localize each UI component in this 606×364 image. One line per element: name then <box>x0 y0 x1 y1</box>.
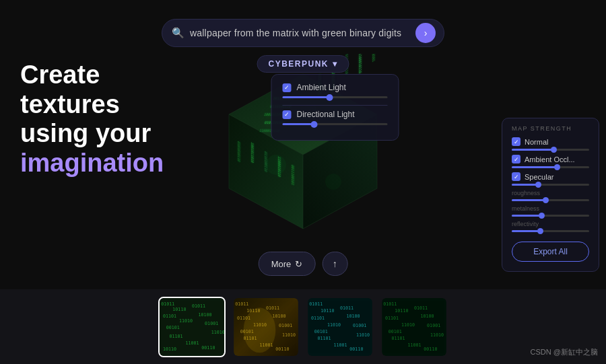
svg-text:01101: 01101 <box>392 336 405 341</box>
hero-line2: textures <box>20 90 120 118</box>
svg-text:10100: 10100 <box>421 313 434 318</box>
svg-text:10100: 10100 <box>199 312 212 317</box>
map-strength-panel: MAP STRENGTH ✓ Normal ✓ Ambient Occl... … <box>502 118 599 272</box>
normal-checkbox[interactable]: ✓ <box>512 137 520 146</box>
svg-text:11010: 11010 <box>282 332 296 338</box>
thumbnail-2[interactable]: 01011 10110 01101 11010 00101 01011 1010… <box>232 297 300 357</box>
ambient-occl-checkbox[interactable]: ✓ <box>512 155 520 163</box>
search-query[interactable]: wallpaper from the matrix with green bin… <box>190 28 410 38</box>
svg-text:01011: 01011 <box>414 305 428 311</box>
svg-text:11010: 11010 <box>430 332 444 338</box>
ambient-checkbox[interactable]: ✓ <box>283 83 292 92</box>
svg-text:11010: 11010 <box>356 332 370 338</box>
svg-text:01101: 01101 <box>311 316 325 321</box>
svg-text:11010: 11010 <box>401 322 415 328</box>
main-area: Create textures using your imagination 🔍… <box>0 0 606 289</box>
more-label: More <box>271 259 292 269</box>
more-button[interactable]: More ↻ <box>259 252 316 276</box>
svg-text:01011: 01011 <box>192 303 205 309</box>
svg-text:01101: 01101 <box>385 316 399 321</box>
hero-line3: using your <box>20 119 151 147</box>
ambient-light-row: ✓ Ambient Light <box>283 83 388 92</box>
ambient-slider[interactable] <box>283 96 388 98</box>
ambient-occl-slider[interactable] <box>512 166 589 168</box>
directional-checkbox[interactable]: ✓ <box>283 110 292 119</box>
svg-text:11001: 11001 <box>407 342 421 347</box>
share-button[interactable]: ↑ <box>322 252 347 276</box>
specular-label: Specular <box>525 173 553 181</box>
directional-slider[interactable] <box>283 123 388 125</box>
search-submit-button[interactable]: › <box>415 23 436 43</box>
thumbnail-4[interactable]: 01011 10110 01101 11010 00101 01011 1010… <box>380 297 448 357</box>
thumbnail-3[interactable]: 01011 10110 01101 11010 00101 01011 1010… <box>306 297 374 357</box>
thumbnails-strip: 01011 10110 01101 11010 00101 01011 1010… <box>0 289 606 364</box>
svg-text:01011: 01011 <box>383 301 397 307</box>
svg-text:10110: 10110 <box>163 347 176 352</box>
action-buttons: More ↻ ↑ <box>259 252 348 276</box>
refresh-icon: ↻ <box>295 259 302 269</box>
hero-text: Create textures using your imagination <box>20 61 164 178</box>
style-dropdown[interactable]: CYBERPUNK ▾ <box>257 55 349 73</box>
svg-text:1100010110: 1100010110 <box>358 54 362 75</box>
svg-text:01011: 01011 <box>340 305 354 311</box>
normal-map-row: ✓ Normal <box>512 137 589 146</box>
reflectivity-slider[interactable] <box>512 230 589 232</box>
roughness-slider[interactable] <box>512 199 589 201</box>
svg-text:01011: 01011 <box>309 301 323 307</box>
svg-text:11010: 11010 <box>179 318 193 324</box>
svg-text:10110: 10110 <box>321 308 334 314</box>
directional-light-row: ✓ Directional Light <box>283 110 388 119</box>
svg-text:0011100101: 0011100101 <box>372 54 376 63</box>
svg-text:11001: 11001 <box>333 342 347 347</box>
metalness-label: metalness <box>512 205 589 212</box>
reflectivity-label: reflectivity <box>512 221 589 227</box>
svg-text:11010: 11010 <box>327 322 341 328</box>
svg-text:11010: 11010 <box>211 329 224 334</box>
svg-text:01011: 01011 <box>235 301 248 307</box>
search-icon: 🔍 <box>172 27 184 39</box>
svg-text:00110: 00110 <box>424 347 437 352</box>
svg-text:10100: 10100 <box>273 313 286 318</box>
svg-text:00110: 00110 <box>275 347 289 352</box>
svg-text:01001: 01001 <box>205 321 218 326</box>
style-label: CYBERPUNK <box>268 59 329 69</box>
chevron-down-icon: ▾ <box>333 59 338 69</box>
specular-row: ✓ Specular <box>512 172 589 181</box>
svg-point-19 <box>325 174 341 190</box>
hero-line1: Create <box>20 61 100 89</box>
svg-text:01001: 01001 <box>279 323 292 328</box>
svg-text:1001011010: 1001011010 <box>250 141 255 163</box>
svg-text:01011: 01011 <box>266 305 279 311</box>
map-strength-title: MAP STRENGTH <box>512 125 589 132</box>
metalness-slider[interactable] <box>512 215 589 217</box>
svg-text:0011100101: 0011100101 <box>291 164 295 186</box>
svg-text:01101: 01101 <box>163 313 176 318</box>
svg-text:10110: 10110 <box>395 308 408 314</box>
lighting-divider <box>283 105 388 106</box>
svg-text:10110: 10110 <box>172 307 186 312</box>
specular-slider[interactable] <box>512 184 589 186</box>
svg-text:11001: 11001 <box>185 340 199 345</box>
svg-text:00110: 00110 <box>201 345 215 351</box>
svg-text:0101010110: 0101010110 <box>237 141 241 163</box>
export-all-button[interactable]: Export All <box>512 242 589 262</box>
svg-text:01001: 01001 <box>353 323 366 328</box>
svg-text:01101: 01101 <box>170 334 183 339</box>
lighting-panel: ✓ Ambient Light ✓ Directional Light <box>271 74 399 141</box>
svg-point-18 <box>266 155 286 175</box>
svg-point-48 <box>244 307 276 353</box>
directional-light-label: Directional Light <box>297 110 355 119</box>
search-bar[interactable]: 🔍 wallpaper from the matrix with green b… <box>162 19 444 47</box>
normal-label: Normal <box>525 138 548 146</box>
roughness-label: roughness <box>512 190 589 196</box>
thumbnail-1[interactable]: 01011 10110 01101 11010 00101 01011 1010… <box>158 297 226 357</box>
specular-checkbox[interactable]: ✓ <box>512 172 520 181</box>
svg-text:00101: 00101 <box>166 324 180 330</box>
ambient-occl-label: Ambient Occl... <box>525 155 575 163</box>
svg-text:10100: 10100 <box>347 313 360 318</box>
svg-text:01101: 01101 <box>318 336 331 341</box>
svg-text:00101: 00101 <box>314 328 328 334</box>
normal-slider[interactable] <box>512 149 589 151</box>
svg-text:00101: 00101 <box>389 328 402 334</box>
watermark: CSDN @新缸中之脑 <box>531 347 598 357</box>
